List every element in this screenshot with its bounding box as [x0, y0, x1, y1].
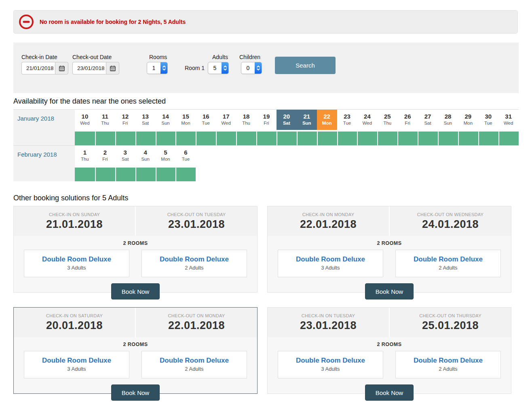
calendar-day-header[interactable]: 12 Fri — [115, 110, 135, 130]
calendar-day-column[interactable]: 28 Sun — [438, 110, 458, 145]
calendar-day-column[interactable]: 2 Fri — [95, 146, 115, 181]
calendar-day-header[interactable]: 14 Sun — [156, 110, 176, 130]
chevron-up-down-icon[interactable] — [160, 62, 167, 74]
calendar-day-column[interactable]: 24 Wed — [357, 110, 377, 145]
room-occupancy: 2 Adults — [396, 366, 500, 372]
calendar-day-column[interactable]: 1 Thu — [75, 146, 95, 181]
checkin-day-label: CHECK-IN ON SATURDAY — [14, 313, 135, 318]
calendar-day-header[interactable]: 28 Sun — [438, 110, 458, 130]
booking-solution-card[interactable]: CHECK-IN ON TUESDAY 23.01.2018 CHECK-OUT… — [267, 307, 511, 394]
checkout-date: 24.01.2018 — [390, 218, 511, 231]
booking-solution-card[interactable]: CHECK-IN ON SATURDAY 20.01.2018 CHECK-OU… — [13, 307, 258, 394]
calendar-day-header[interactable]: 26 Fri — [397, 110, 418, 130]
booking-solution-card[interactable]: CHECK-IN ON SUNDAY 21.01.2018 CHECK-OUT … — [13, 206, 258, 293]
calendar-day-column[interactable]: 19 Fri — [256, 110, 277, 145]
calendar-day-column[interactable]: 22 Mon — [317, 110, 337, 145]
day-weekday: Thu — [75, 157, 95, 161]
room-name-link[interactable]: Double Room Deluxe — [142, 357, 247, 365]
calendar-day-header[interactable]: 18 Thu — [236, 110, 256, 130]
availability-bar — [458, 132, 478, 145]
checkin-cell: CHECK-IN ON SUNDAY 21.01.2018 — [14, 206, 135, 236]
checkout-date-input[interactable] — [72, 62, 106, 74]
calendar-day-header[interactable]: 15 Mon — [175, 110, 196, 130]
checkin-date-input[interactable] — [21, 62, 55, 74]
calendar-day-column[interactable]: 27 Sat — [418, 110, 438, 145]
calendar-day-column[interactable]: 12 Fri — [115, 110, 135, 145]
calendar-day-header[interactable]: 2 Fri — [95, 146, 115, 166]
calendar-day-column[interactable]: 29 Mon — [458, 110, 478, 145]
calendar-day-header[interactable]: 5 Mon — [156, 146, 176, 166]
availability-bar — [175, 132, 196, 145]
calendar-day-header[interactable]: 31 Wed — [498, 110, 519, 130]
calendar-day-column[interactable]: 26 Fri — [397, 110, 418, 145]
calendar-day-header[interactable]: 25 Thu — [377, 110, 397, 130]
solutions-title: Other booking solutions for 5 Adults — [13, 194, 128, 202]
calendar-day-column[interactable]: 25 Thu — [377, 110, 397, 145]
book-now-button[interactable]: Book Now — [111, 283, 160, 299]
room-name-link[interactable]: Double Room Deluxe — [396, 255, 500, 263]
checkout-calendar-button[interactable] — [106, 62, 119, 74]
book-now-button[interactable]: Book Now — [365, 283, 414, 299]
calendar-day-column[interactable]: 4 Sun — [135, 146, 156, 181]
calendar-day-header[interactable]: 21 Sun — [297, 110, 317, 130]
children-stepper[interactable]: 0 — [241, 62, 262, 74]
availability-bar — [277, 132, 297, 145]
adults-stepper[interactable]: 5 — [208, 62, 229, 74]
calendar-day-column[interactable]: 21 Sun — [297, 110, 317, 145]
rooms-stepper[interactable]: 1 — [147, 62, 168, 74]
calendar-day-header[interactable]: 10 Wed — [75, 110, 95, 130]
calendar-day-column[interactable]: 13 Sat — [135, 110, 156, 145]
calendar-day-header[interactable]: 13 Sat — [135, 110, 156, 130]
calendar-day-column[interactable]: 5 Mon — [156, 146, 176, 181]
book-now-button[interactable]: Book Now — [365, 384, 414, 401]
checkin-date: 21.01.2018 — [14, 218, 135, 231]
calendar-day-header[interactable]: 3 Sat — [115, 146, 135, 166]
calendar-days: 1 Thu 2 Fri 3 Sat 4 Sun 5 Mon — [75, 146, 519, 181]
calendar-day-column[interactable]: 31 Wed — [498, 110, 519, 145]
calendar-day-header[interactable]: 23 Tue — [337, 110, 357, 130]
calendar-day-header[interactable]: 17 Wed — [216, 110, 236, 130]
calendar-day-header[interactable]: 29 Mon — [458, 110, 478, 130]
checkin-calendar-button[interactable] — [55, 62, 68, 74]
chevron-up-down-icon[interactable] — [255, 62, 262, 74]
calendar-day-header[interactable]: 4 Sun — [135, 146, 156, 166]
calendar-day-column[interactable]: 14 Sun — [156, 110, 176, 145]
availability-bar — [196, 132, 216, 145]
room-name-link[interactable]: Double Room Deluxe — [396, 357, 500, 365]
calendar-day-header[interactable]: 27 Sat — [418, 110, 438, 130]
search-button[interactable]: Search — [275, 57, 336, 74]
calendar-day-column[interactable]: 20 Sat — [277, 110, 297, 145]
checkin-cell: CHECK-IN ON SATURDAY 20.01.2018 — [14, 308, 135, 337]
day-number: 14 — [156, 113, 176, 121]
room-name-link[interactable]: Double Room Deluxe — [142, 255, 247, 263]
booking-solution-card[interactable]: CHECK-IN ON MONDAY 22.01.2018 CHECK-OUT … — [267, 206, 511, 293]
calendar-day-column[interactable]: 23 Tue — [337, 110, 357, 145]
calendar-day-header[interactable]: 20 Sat — [277, 110, 297, 130]
availability-bar — [156, 168, 176, 181]
calendar-day-column[interactable]: 30 Tue — [478, 110, 498, 145]
calendar-day-header[interactable]: 6 Tue — [175, 146, 196, 166]
day-number: 12 — [115, 113, 135, 121]
calendar-day-header[interactable]: 22 Mon — [317, 110, 337, 130]
book-now-button[interactable]: Book Now — [111, 384, 160, 401]
room-name-link[interactable]: Double Room Deluxe — [24, 255, 129, 263]
calendar-day-column[interactable]: 11 Thu — [95, 110, 115, 145]
calendar-day-header[interactable]: 24 Wed — [357, 110, 377, 130]
room-name-link[interactable]: Double Room Deluxe — [278, 357, 383, 365]
calendar-day-header[interactable]: 19 Fri — [256, 110, 277, 130]
day-number: 20 — [277, 113, 297, 121]
room-name-link[interactable]: Double Room Deluxe — [24, 357, 129, 365]
room-name-link[interactable]: Double Room Deluxe — [278, 255, 383, 263]
calendar-day-column[interactable]: 16 Tue — [196, 110, 216, 145]
chevron-up-down-icon[interactable] — [222, 62, 228, 74]
calendar-day-column[interactable]: 10 Wed — [75, 110, 95, 145]
calendar-day-header[interactable]: 1 Thu — [75, 146, 95, 166]
calendar-day-header[interactable]: 30 Tue — [478, 110, 498, 130]
calendar-day-header[interactable]: 11 Thu — [95, 110, 115, 130]
calendar-day-column[interactable]: 6 Tue — [175, 146, 196, 181]
calendar-day-column[interactable]: 15 Mon — [175, 110, 196, 145]
calendar-day-column[interactable]: 17 Wed — [216, 110, 236, 145]
calendar-day-header[interactable]: 16 Tue — [196, 110, 216, 130]
calendar-day-column[interactable]: 18 Thu — [236, 110, 256, 145]
calendar-day-column[interactable]: 3 Sat — [115, 146, 135, 181]
